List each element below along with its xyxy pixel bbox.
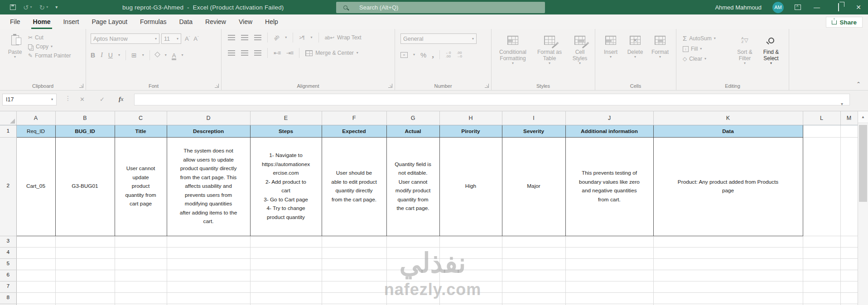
avatar[interactable]: AM bbox=[772, 2, 784, 13]
tab-file[interactable]: File bbox=[4, 14, 27, 29]
column-header-J[interactable]: J bbox=[565, 111, 653, 125]
cell-D6[interactable] bbox=[167, 270, 250, 281]
cell-H6[interactable] bbox=[439, 270, 502, 281]
cell-G7[interactable] bbox=[386, 281, 439, 292]
number-dialog-launcher-icon[interactable] bbox=[485, 84, 489, 88]
cell-M4[interactable] bbox=[840, 247, 858, 258]
cell-G5[interactable] bbox=[386, 258, 439, 270]
cell-D5[interactable] bbox=[167, 258, 250, 270]
cell-G6[interactable] bbox=[386, 270, 439, 281]
column-header-E[interactable]: E bbox=[250, 111, 322, 125]
alignment-dialog-launcher-icon[interactable] bbox=[388, 84, 392, 88]
cell-E1[interactable]: Steps bbox=[250, 125, 322, 137]
align-left-icon[interactable] bbox=[228, 50, 235, 56]
cell-G8[interactable] bbox=[386, 292, 439, 304]
row-header-5[interactable]: 5 bbox=[0, 258, 16, 270]
cell-G2[interactable]: Quantity field is not editable. User can… bbox=[386, 137, 439, 236]
cell-D7[interactable] bbox=[167, 281, 250, 292]
column-header-M[interactable]: M bbox=[840, 111, 858, 125]
decrease-font-icon[interactable]: Aˇ bbox=[193, 35, 198, 42]
cell-F4[interactable] bbox=[322, 247, 386, 258]
cell-H5[interactable] bbox=[439, 258, 502, 270]
underline-button[interactable]: U bbox=[108, 52, 113, 59]
cell-I6[interactable] bbox=[502, 270, 565, 281]
cell-H2[interactable]: High bbox=[439, 137, 502, 236]
cell-B8[interactable] bbox=[55, 292, 115, 304]
cell-L2[interactable] bbox=[803, 137, 840, 236]
number-format-combo[interactable]: General▾ bbox=[400, 33, 477, 44]
paste-button[interactable]: Paste ▾ bbox=[3, 29, 27, 90]
row-header-2[interactable]: 2 bbox=[0, 137, 16, 236]
cell-I2[interactable]: Major bbox=[502, 137, 565, 236]
cell-H3[interactable] bbox=[439, 236, 502, 247]
cell-D2[interactable]: The system does not allow users to updat… bbox=[167, 137, 250, 236]
cell-H1[interactable]: Pirority bbox=[439, 125, 502, 137]
cell-I3[interactable] bbox=[502, 236, 565, 247]
cell-G4[interactable] bbox=[386, 247, 439, 258]
cell-G1[interactable]: Actual bbox=[386, 125, 439, 137]
format-button[interactable]: Format ▾ bbox=[650, 29, 670, 90]
font-name-combo[interactable]: Aptos Narrow▾ bbox=[91, 33, 159, 44]
column-header-C[interactable]: C bbox=[115, 111, 167, 125]
redo-icon[interactable]: ↻▾ bbox=[39, 4, 48, 11]
cell-I4[interactable] bbox=[502, 247, 565, 258]
row-header-8[interactable]: 8 bbox=[0, 292, 16, 304]
cell-M1[interactable] bbox=[840, 125, 858, 137]
cell-E5[interactable] bbox=[250, 258, 322, 270]
cell-F5[interactable] bbox=[322, 258, 386, 270]
cell-J4[interactable] bbox=[565, 247, 653, 258]
cell-L6[interactable] bbox=[803, 270, 840, 281]
cell-L5[interactable] bbox=[803, 258, 840, 270]
sort-filter-button[interactable]: AZ▽ Sort & Filter ▾ bbox=[732, 29, 758, 90]
cell-C2[interactable]: User cannot update product quantity from… bbox=[115, 137, 167, 236]
tab-data[interactable]: Data bbox=[173, 14, 199, 29]
cell-D3[interactable] bbox=[167, 236, 250, 247]
row-header-6[interactable]: 6 bbox=[0, 270, 16, 281]
cell-J5[interactable] bbox=[565, 258, 653, 270]
cell-J6[interactable] bbox=[565, 270, 653, 281]
cell-C8[interactable] bbox=[115, 292, 167, 304]
insert-button[interactable]: Insert ▾ bbox=[601, 29, 621, 90]
scroll-up-icon[interactable]: ▲ bbox=[858, 111, 868, 123]
column-header-A[interactable]: A bbox=[16, 111, 55, 125]
cell-L3[interactable] bbox=[803, 236, 840, 247]
cell-I7[interactable] bbox=[502, 281, 565, 292]
vertical-scrollbar[interactable]: ▲ bbox=[858, 111, 868, 305]
formula-input[interactable]: ▾ bbox=[134, 94, 850, 105]
fill-color-icon[interactable] bbox=[154, 52, 160, 57]
cell-E3[interactable] bbox=[250, 236, 322, 247]
cell-A2[interactable]: Cart_05 bbox=[16, 137, 55, 236]
cell-E2[interactable]: 1- Navigate to https://automationex erci… bbox=[250, 137, 322, 236]
orientation-icon[interactable]: ab bbox=[273, 33, 280, 41]
fill-button[interactable]: ↓Fill▾ bbox=[683, 46, 732, 52]
cell-F8[interactable] bbox=[322, 292, 386, 304]
tab-formulas[interactable]: Formulas bbox=[134, 14, 173, 29]
cell-G3[interactable] bbox=[386, 236, 439, 247]
cell-D1[interactable]: Descreption bbox=[167, 125, 250, 137]
wrap-text-button[interactable]: ab↩Wrap Text bbox=[325, 34, 362, 41]
format-as-table-button[interactable]: Format as Table ▾ bbox=[534, 29, 565, 90]
cell-L4[interactable] bbox=[803, 247, 840, 258]
tab-review[interactable]: Review bbox=[199, 14, 232, 29]
tab-help[interactable]: Help bbox=[259, 14, 285, 29]
merge-center-button[interactable]: Merge & Center▾ bbox=[305, 50, 358, 56]
cell-B4[interactable] bbox=[55, 247, 115, 258]
row-header-3[interactable]: 3 bbox=[0, 236, 16, 247]
cell-F7[interactable] bbox=[322, 281, 386, 292]
cell-K3[interactable] bbox=[653, 236, 803, 247]
cell-B5[interactable] bbox=[55, 258, 115, 270]
cell-K4[interactable] bbox=[653, 247, 803, 258]
cell-M8[interactable] bbox=[840, 292, 858, 304]
column-header-I[interactable]: I bbox=[502, 111, 565, 125]
cell-H7[interactable] bbox=[439, 281, 502, 292]
cell-E4[interactable] bbox=[250, 247, 322, 258]
cell-A6[interactable] bbox=[16, 270, 55, 281]
cell-C1[interactable]: Title bbox=[115, 125, 167, 137]
increase-indent-icon[interactable]: ⇥≡ bbox=[286, 50, 293, 56]
row-header-7[interactable]: 7 bbox=[0, 281, 16, 292]
borders-icon[interactable]: ⊞ bbox=[131, 52, 137, 59]
column-header-D[interactable]: D bbox=[167, 111, 250, 125]
row-header-1[interactable]: 1 bbox=[0, 125, 16, 137]
delete-button[interactable]: ✕ Delete ▾ bbox=[625, 29, 645, 90]
cut-button[interactable]: ✂Cut bbox=[28, 34, 71, 41]
